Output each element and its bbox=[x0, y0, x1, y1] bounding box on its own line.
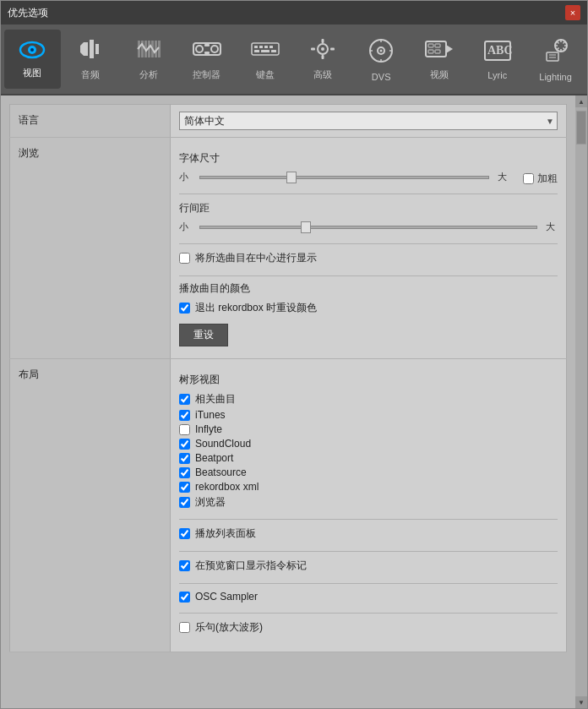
svg-rect-4 bbox=[90, 40, 94, 58]
tree-label-6: rekordbox xml bbox=[195, 481, 259, 493]
tree-checkbox-4[interactable] bbox=[179, 453, 190, 464]
settings-panel: 语言 简体中文 English 日本語 ▼ 浏 bbox=[1, 95, 575, 708]
lyric-icon: ABC bbox=[482, 39, 513, 67]
audio-icon bbox=[77, 37, 104, 65]
reset-color-checkbox[interactable] bbox=[179, 303, 190, 314]
svg-rect-38 bbox=[435, 44, 440, 47]
font-size-slider-container: 小 大 bbox=[179, 171, 509, 187]
center-display-row: 将所选曲目在中心进行显示 bbox=[179, 251, 558, 265]
svg-rect-21 bbox=[259, 46, 263, 48]
line-spacing-title: 行间距 bbox=[179, 201, 558, 215]
svg-rect-5 bbox=[95, 44, 99, 54]
scrollbar: ▲ ▼ bbox=[575, 95, 587, 708]
line-spacing-slider-thumb[interactable] bbox=[301, 221, 311, 233]
svg-rect-20 bbox=[254, 46, 258, 48]
preview-cue-row: 在预览窗口显示指令标记 bbox=[179, 559, 558, 573]
osc-sampler-label: OSC Sampler bbox=[195, 591, 258, 603]
svg-rect-25 bbox=[261, 50, 270, 52]
scroll-thumb[interactable] bbox=[576, 111, 586, 145]
tree-label-7: 浏览器 bbox=[195, 495, 226, 510]
osc-sampler-checkbox[interactable] bbox=[179, 592, 190, 603]
center-display-checkbox[interactable] bbox=[179, 253, 190, 264]
slider-bold-row: 小 大 加粗 bbox=[179, 171, 558, 187]
waveform-checkbox[interactable] bbox=[179, 622, 190, 633]
toolbar-item-lighting[interactable]: Lighting bbox=[527, 30, 584, 89]
toolbar-item-video[interactable]: 视频 bbox=[411, 30, 468, 89]
bold-checkbox[interactable] bbox=[523, 173, 534, 184]
svg-rect-23 bbox=[270, 46, 273, 48]
line-spacing-max-label: 大 bbox=[546, 221, 558, 233]
toolbar-item-analysis[interactable]: 分析 bbox=[121, 30, 177, 89]
playback-color-title: 播放曲目的颜色 bbox=[179, 281, 558, 296]
line-spacing-slider-row: 小 大 bbox=[179, 221, 558, 233]
font-size-slider-track[interactable] bbox=[199, 176, 489, 179]
osc-sampler-subsection: OSC Sampler bbox=[179, 584, 558, 614]
svg-rect-3 bbox=[84, 42, 88, 56]
svg-rect-24 bbox=[254, 50, 259, 52]
toolbar-item-controller[interactable]: 控制器 bbox=[178, 30, 235, 89]
scroll-down-button[interactable]: ▼ bbox=[575, 696, 587, 708]
language-select-wrapper: 简体中文 English 日本語 ▼ bbox=[179, 112, 558, 130]
language-select[interactable]: 简体中文 English 日本語 bbox=[179, 112, 558, 130]
tree-label-5: Beatsource bbox=[195, 466, 247, 478]
browse-row: 浏览 字体尺寸 小 bbox=[10, 138, 567, 359]
tree-item-7: 浏览器 bbox=[179, 495, 558, 510]
playlist-panel-subsection: 播放列表面板 bbox=[179, 520, 558, 552]
tree-checkbox-2[interactable] bbox=[179, 424, 190, 435]
toolbar-item-lyric[interactable]: ABC Lyric bbox=[469, 30, 525, 89]
scroll-track[interactable] bbox=[575, 107, 587, 696]
browse-label: 浏览 bbox=[10, 138, 171, 359]
title-bar: 优先选项 × bbox=[1, 1, 587, 25]
line-spacing-slider-track[interactable] bbox=[199, 226, 537, 229]
svg-point-15 bbox=[196, 46, 203, 52]
layout-row: 布局 树形视图 相关曲目 bbox=[10, 359, 567, 652]
preferences-window: 优先选项 × 视图 bbox=[0, 0, 588, 709]
svg-rect-22 bbox=[264, 46, 268, 48]
playlist-panel-checkbox[interactable] bbox=[179, 528, 190, 539]
svg-rect-45 bbox=[547, 52, 558, 61]
line-spacing-min-label: 小 bbox=[179, 221, 191, 233]
svg-rect-40 bbox=[435, 50, 440, 53]
font-size-max-label: 大 bbox=[498, 171, 509, 183]
reset-color-row: 退出 rekordbox 时重设颜色 bbox=[179, 301, 558, 315]
tree-checkbox-1[interactable] bbox=[179, 410, 190, 421]
svg-point-35 bbox=[380, 49, 383, 52]
svg-point-28 bbox=[321, 47, 324, 51]
svg-rect-30 bbox=[322, 55, 324, 59]
svg-point-16 bbox=[211, 46, 218, 52]
tree-checkbox-5[interactable] bbox=[179, 467, 190, 478]
scroll-up-button[interactable]: ▲ bbox=[575, 95, 587, 107]
svg-rect-18 bbox=[204, 52, 210, 54]
toolbar-item-view[interactable]: 视图 bbox=[4, 30, 61, 89]
toolbar: 视图 音频 bbox=[1, 25, 587, 95]
tree-checkbox-6[interactable] bbox=[179, 482, 190, 493]
preview-cue-label: 在预览窗口显示指令标记 bbox=[195, 559, 307, 573]
toolbar-label-view: 视图 bbox=[23, 67, 41, 79]
reset-button[interactable]: 重设 bbox=[179, 324, 228, 346]
toolbar-item-advanced[interactable]: 高级 bbox=[295, 30, 351, 89]
toolbar-item-keyboard[interactable]: 键盘 bbox=[237, 30, 293, 89]
language-value-cell: 简体中文 English 日本語 ▼ bbox=[171, 105, 567, 138]
tree-item-2: Inflyte bbox=[179, 423, 558, 435]
playlist-panel-label: 播放列表面板 bbox=[195, 526, 256, 541]
close-button[interactable]: × bbox=[565, 5, 580, 20]
preview-cue-checkbox[interactable] bbox=[179, 560, 190, 571]
keyboard-icon bbox=[250, 37, 280, 65]
tree-item-4: Beatport bbox=[179, 452, 558, 464]
tree-item-3: SoundCloud bbox=[179, 438, 558, 450]
toolbar-item-dvs[interactable]: DVS bbox=[353, 30, 410, 89]
controller-icon bbox=[192, 37, 222, 65]
tree-label-3: SoundCloud bbox=[195, 438, 251, 450]
settings-table: 语言 简体中文 English 日本語 ▼ 浏 bbox=[9, 104, 567, 652]
svg-rect-19 bbox=[252, 43, 279, 55]
font-size-slider-thumb[interactable] bbox=[286, 172, 297, 183]
toolbar-label-lyric: Lyric bbox=[487, 70, 507, 80]
tree-checkbox-3[interactable] bbox=[179, 439, 190, 450]
tree-checkbox-0[interactable] bbox=[179, 394, 190, 405]
dvs-icon bbox=[368, 37, 395, 68]
layout-label: 布局 bbox=[10, 359, 171, 652]
tree-checkbox-7[interactable] bbox=[179, 497, 190, 508]
line-spacing-subsection: 行间距 小 大 bbox=[179, 194, 558, 244]
toolbar-item-audio[interactable]: 音频 bbox=[63, 30, 119, 89]
svg-point-2 bbox=[30, 48, 34, 52]
